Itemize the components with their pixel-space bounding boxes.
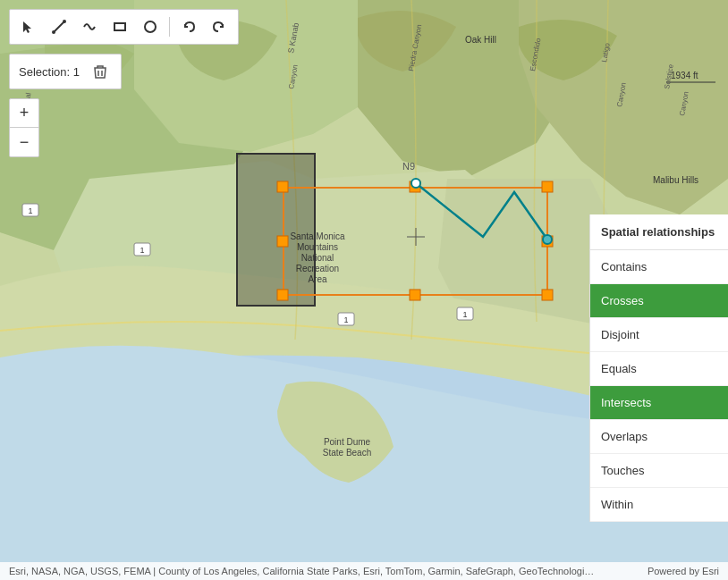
toolbar (9, 9, 239, 45)
selection-bar: Selection: 1 (9, 54, 122, 89)
map-container: N9 Oak Hill Malibu Hills Santa Monica Mo… (0, 0, 728, 580)
spatial-item-overlaps[interactable]: Overlaps (590, 420, 728, 454)
svg-text:N9: N9 (402, 161, 415, 172)
delete-button[interactable] (89, 60, 112, 83)
svg-text:1934 ft: 1934 ft (671, 71, 698, 80)
svg-text:Santa Monica: Santa Monica (290, 231, 345, 241)
svg-text:State Beach: State Beach (323, 448, 371, 458)
attribution-left: Esri, NASA, NGA, USGS, FEMA | County of … (9, 566, 594, 576)
circle-tool[interactable] (137, 13, 164, 40)
spatial-item-within[interactable]: Within (590, 488, 728, 522)
redo-button[interactable] (206, 13, 233, 40)
spatial-item-disjoint[interactable]: Disjoint (590, 318, 728, 352)
spatial-item-equals[interactable]: Equals (590, 352, 728, 386)
undo-button[interactable] (175, 13, 202, 40)
zoom-out-button[interactable]: − (10, 128, 38, 156)
select-tool[interactable] (15, 13, 42, 40)
svg-text:Mountains: Mountains (297, 242, 338, 252)
selection-label: Selection: 1 (19, 65, 80, 79)
svg-text:1: 1 (462, 310, 467, 319)
svg-text:Recreation: Recreation (296, 264, 339, 273)
svg-text:Area: Area (308, 274, 327, 284)
svg-text:National: National (301, 253, 334, 263)
spatial-panel-title: Spatial relationships (590, 214, 728, 250)
spatial-relationships-panel: Spatial relationships Contains Crosses D… (589, 214, 728, 522)
attribution-bar: Esri, NASA, NGA, USGS, FEMA | County of … (0, 562, 728, 580)
spatial-item-intersects[interactable]: Intersects (590, 386, 728, 420)
freehand-tool[interactable] (76, 13, 103, 40)
toolbar-separator (169, 17, 170, 37)
svg-point-44 (52, 30, 55, 34)
svg-text:Oak Hill: Oak Hill (465, 35, 496, 45)
spatial-item-touches[interactable]: Touches (590, 454, 728, 488)
svg-text:1: 1 (343, 315, 348, 324)
svg-text:1: 1 (140, 246, 144, 255)
svg-rect-46 (114, 23, 125, 30)
svg-point-45 (63, 20, 66, 23)
spatial-item-contains[interactable]: Contains (590, 250, 728, 284)
zoom-in-button[interactable]: + (10, 99, 38, 128)
svg-point-47 (145, 21, 156, 32)
svg-text:Point Dume: Point Dume (324, 437, 371, 447)
zoom-controls: + − (9, 98, 39, 157)
svg-text:1: 1 (28, 206, 32, 215)
line-tool[interactable] (46, 13, 72, 40)
attribution-right: Powered by Esri (648, 566, 719, 576)
svg-text:Malibu Hills: Malibu Hills (653, 175, 698, 185)
rectangle-tool[interactable] (106, 13, 133, 40)
spatial-item-crosses[interactable]: Crosses (590, 284, 728, 318)
